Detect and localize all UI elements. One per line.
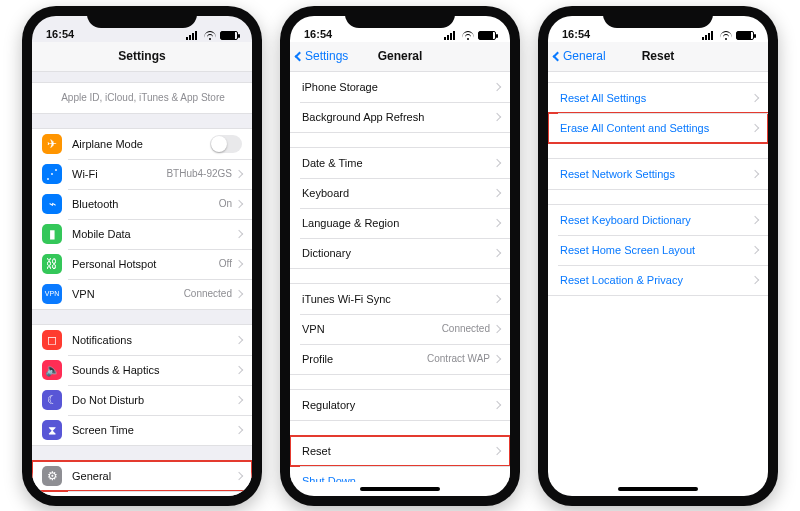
- notifications-icon: ◻: [42, 330, 62, 350]
- row-keyboard[interactable]: Keyboard: [290, 178, 510, 208]
- general-label: General: [72, 470, 236, 482]
- row-language-region[interactable]: Language & Region: [290, 208, 510, 238]
- row-itunes-wifi[interactable]: iTunes Wi-Fi Sync: [290, 284, 510, 314]
- row-control-centre[interactable]: ◉Control Centre: [32, 491, 252, 496]
- group-general: ⚙General◉Control Centre: [32, 460, 252, 496]
- wifi-detail: BTHub4-92GS: [166, 168, 232, 179]
- chevron-right-icon: [235, 365, 243, 373]
- row-screen-time[interactable]: ⧗Screen Time: [32, 415, 252, 445]
- row-shut-down[interactable]: Shut Down: [290, 466, 510, 482]
- apple-id-row[interactable]: Apple ID, iCloud, iTunes & App Store: [32, 83, 252, 113]
- battery-icon: [736, 31, 754, 40]
- vpn-general-label: VPN: [302, 323, 442, 335]
- signal-icon: [186, 31, 200, 40]
- mobile-data-icon: ▮: [42, 224, 62, 244]
- row-mobile-data[interactable]: ▮Mobile Data: [32, 219, 252, 249]
- chevron-right-icon: [493, 82, 501, 90]
- signal-icon: [444, 31, 458, 40]
- status-bar: 16:54: [548, 16, 768, 42]
- status-bar: 16:54: [32, 16, 252, 42]
- content[interactable]: Reset All SettingsErase All Content and …: [548, 72, 768, 482]
- row-reset-location[interactable]: Reset Location & Privacy: [548, 265, 768, 295]
- row-dictionary[interactable]: Dictionary: [290, 238, 510, 268]
- phone-1: 16:54 Settings Apple ID, iCloud, iTunes …: [22, 6, 262, 506]
- row-profile[interactable]: ProfileContract WAP: [290, 344, 510, 374]
- chevron-right-icon: [235, 425, 243, 433]
- back-button[interactable]: Settings: [296, 42, 348, 71]
- vpn-general-detail: Connected: [442, 323, 490, 334]
- chevron-left-icon: [295, 51, 305, 61]
- reset-location-label: Reset Location & Privacy: [560, 274, 752, 286]
- row-airplane-mode[interactable]: ✈Airplane Mode: [32, 129, 252, 159]
- home-indicator[interactable]: [548, 482, 768, 496]
- back-label: Settings: [305, 49, 348, 63]
- row-personal-hotspot[interactable]: ⛓Personal HotspotOff: [32, 249, 252, 279]
- bluetooth-icon: ⌁: [42, 194, 62, 214]
- content[interactable]: iPhone StorageBackground App Refresh Dat…: [290, 72, 510, 482]
- airplane-mode-toggle[interactable]: [210, 135, 242, 153]
- row-reset-home[interactable]: Reset Home Screen Layout: [548, 235, 768, 265]
- row-regulatory[interactable]: Regulatory: [290, 390, 510, 420]
- wifi-label: Wi-Fi: [72, 168, 166, 180]
- itunes-wifi-label: iTunes Wi-Fi Sync: [302, 293, 494, 305]
- home-indicator[interactable]: [290, 482, 510, 496]
- chevron-right-icon: [235, 199, 243, 207]
- chevron-right-icon: [751, 123, 759, 131]
- chevron-right-icon: [235, 395, 243, 403]
- notifications-label: Notifications: [72, 334, 236, 346]
- chevron-right-icon: [751, 169, 759, 177]
- shut-down-label: Shut Down: [302, 475, 500, 482]
- status-icons: [702, 31, 754, 40]
- row-sounds-haptics[interactable]: 🔈Sounds & Haptics: [32, 355, 252, 385]
- row-background-refresh[interactable]: Background App Refresh: [290, 102, 510, 132]
- phone-3: 16:54 General Reset Reset All SettingsEr…: [538, 6, 778, 506]
- row-wifi[interactable]: ⋰Wi-FiBTHub4-92GS: [32, 159, 252, 189]
- row-vpn-general[interactable]: VPNConnected: [290, 314, 510, 344]
- row-iphone-storage[interactable]: iPhone Storage: [290, 72, 510, 102]
- group-reset: ResetShut Down: [290, 435, 510, 482]
- chevron-right-icon: [235, 229, 243, 237]
- status-time: 16:54: [562, 28, 590, 40]
- status-icons: [186, 31, 238, 40]
- airplane-mode-icon: ✈: [42, 134, 62, 154]
- chevron-right-icon: [751, 93, 759, 101]
- row-do-not-disturb[interactable]: ☾Do Not Disturb: [32, 385, 252, 415]
- group-alerts: ◻Notifications🔈Sounds & Haptics☾Do Not D…: [32, 324, 252, 446]
- chevron-right-icon: [493, 158, 501, 166]
- row-reset-keyboard[interactable]: Reset Keyboard Dictionary: [548, 205, 768, 235]
- battery-icon: [478, 31, 496, 40]
- sounds-haptics-icon: 🔈: [42, 360, 62, 380]
- reset-keyboard-label: Reset Keyboard Dictionary: [560, 214, 752, 226]
- phone-2: 16:54 Settings General iPhone StorageBac…: [280, 6, 520, 506]
- row-reset[interactable]: Reset: [290, 436, 510, 466]
- row-notifications[interactable]: ◻Notifications: [32, 325, 252, 355]
- chevron-right-icon: [235, 259, 243, 267]
- content[interactable]: Apple ID, iCloud, iTunes & App Store ✈Ai…: [32, 72, 252, 496]
- personal-hotspot-label: Personal Hotspot: [72, 258, 219, 270]
- page-title: Settings: [118, 49, 165, 63]
- chevron-right-icon: [751, 245, 759, 253]
- row-vpn[interactable]: VPNVPNConnected: [32, 279, 252, 309]
- navbar: General Reset: [548, 42, 768, 72]
- wifi-icon: [462, 31, 474, 40]
- row-reset-all[interactable]: Reset All Settings: [548, 83, 768, 113]
- row-erase-all[interactable]: Erase All Content and Settings: [548, 113, 768, 143]
- chevron-right-icon: [493, 446, 501, 454]
- airplane-mode-label: Airplane Mode: [72, 138, 210, 150]
- row-reset-network[interactable]: Reset Network Settings: [548, 159, 768, 189]
- screen-time-label: Screen Time: [72, 424, 236, 436]
- back-label: General: [563, 49, 606, 63]
- row-date-time[interactable]: Date & Time: [290, 148, 510, 178]
- group-connectivity: ✈Airplane Mode⋰Wi-FiBTHub4-92GS⌁Bluetoot…: [32, 128, 252, 310]
- reset-home-label: Reset Home Screen Layout: [560, 244, 752, 256]
- language-region-label: Language & Region: [302, 217, 494, 229]
- group-sync: iTunes Wi-Fi SyncVPNConnectedProfileCont…: [290, 283, 510, 375]
- row-bluetooth[interactable]: ⌁BluetoothOn: [32, 189, 252, 219]
- profile-label: Profile: [302, 353, 427, 365]
- do-not-disturb-label: Do Not Disturb: [72, 394, 236, 406]
- screen-2: 16:54 Settings General iPhone StorageBac…: [290, 16, 510, 496]
- back-button[interactable]: General: [554, 42, 606, 71]
- chevron-right-icon: [235, 169, 243, 177]
- row-general[interactable]: ⚙General: [32, 461, 252, 491]
- chevron-right-icon: [493, 294, 501, 302]
